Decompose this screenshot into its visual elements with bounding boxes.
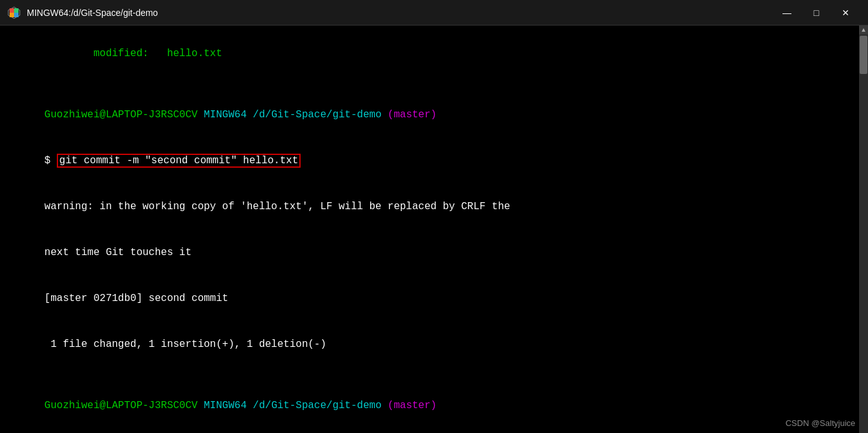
warning-line: warning: in the working copy of 'hello.t… <box>8 184 860 230</box>
command-line-status: $ git status <box>8 429 860 433</box>
maximize-button[interactable]: □ <box>802 0 831 26</box>
terminal-window: MINGW64:/d/Git-Space/git-demo — □ ✕ modi… <box>0 0 868 433</box>
prompt-dir: /d/Git-Space/git-demo <box>253 109 382 121</box>
warning-line-2: next time Git touches it <box>8 230 860 275</box>
prompt-mingw-2: MINGW64 <box>204 400 246 411</box>
prompt-user: Guozhiwei@LAPTOP-J3RSC0CV <box>45 109 198 121</box>
window-title: MINGW64:/d/Git-Space/git-demo <box>27 8 772 18</box>
title-bar: MINGW64:/d/Git-Space/git-demo — □ ✕ <box>0 0 868 26</box>
watermark: CSDN @Saltyjuice <box>786 418 855 428</box>
commit-result: [master 0271db0] second commit <box>8 275 860 321</box>
close-button[interactable]: ✕ <box>831 0 860 26</box>
command-line-commit: $ git commit -m "second commit" hello.tx… <box>8 138 860 184</box>
prompt-branch: (master) <box>387 109 437 121</box>
svg-rect-1 <box>10 8 14 13</box>
command-commit-highlight: git commit -m "second commit" hello.txt <box>57 154 301 168</box>
prompt-mingw: MINGW64 <box>204 109 246 121</box>
prompt-line: Guozhiwei@LAPTOP-J3RSC0CV MINGW64 /d/Git… <box>8 92 860 138</box>
svg-rect-4 <box>14 13 19 17</box>
prompt-user-2: Guozhiwei@LAPTOP-J3RSC0CV <box>45 400 198 411</box>
scroll-up-arrow[interactable]: ▲ <box>859 26 868 34</box>
prompt-dir-2: /d/Git-Space/git-demo <box>253 400 382 411</box>
commit-stats: 1 file changed, 1 insertion(+), 1 deleti… <box>8 321 860 367</box>
terminal-line: modified: hello.txt <box>8 31 860 77</box>
scrollbar[interactable]: ▲ <box>859 26 868 433</box>
terminal-body[interactable]: modified: hello.txt Guozhiwei@LAPTOP-J3R… <box>0 26 868 433</box>
svg-rect-3 <box>10 13 14 17</box>
minimize-button[interactable]: — <box>772 0 802 26</box>
app-icon <box>8 6 20 19</box>
prompt-branch-2: (master) <box>387 400 437 411</box>
status-modified: modified: hello.txt <box>45 48 222 59</box>
blank-line-2 <box>8 367 860 383</box>
blank-line <box>8 77 860 92</box>
svg-rect-2 <box>14 8 19 13</box>
prompt-line-2: Guozhiwei@LAPTOP-J3RSC0CV MINGW64 /d/Git… <box>8 383 860 429</box>
window-controls: — □ ✕ <box>772 0 860 26</box>
scroll-thumb[interactable] <box>860 36 867 74</box>
